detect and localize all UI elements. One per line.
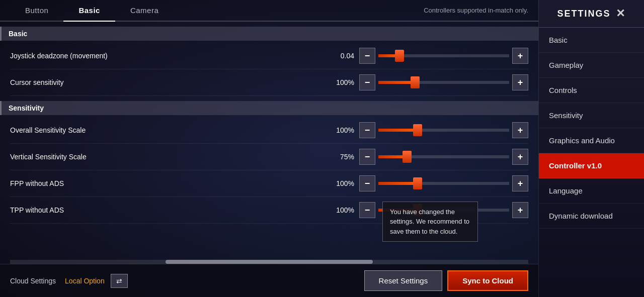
fpp-ads-controls: − +	[359, 175, 528, 191]
vertical-sensitivity-fill	[378, 155, 407, 158]
tpp-ads-minus[interactable]: −	[359, 202, 375, 218]
sidebar-item-gameplay[interactable]: Gameplay	[539, 53, 644, 78]
reset-settings-button[interactable]: Reset Settings	[364, 270, 443, 291]
sidebar: SETTINGS ✕ Basic Gameplay Controls Sensi…	[538, 0, 644, 297]
overall-sensitivity-fill	[378, 129, 418, 132]
sidebar-item-controller[interactable]: Controller v1.0	[539, 153, 644, 178]
main-content: Button Basic Camera Controllers supporte…	[0, 0, 538, 297]
joystick-deadzone-track[interactable]	[378, 54, 509, 57]
section-sensitivity-header: Sensitivity	[0, 101, 538, 115]
bottom-actions: Reset Settings Sync to Cloud	[364, 270, 528, 291]
fpp-ads-track[interactable]	[378, 182, 509, 185]
overall-sensitivity-minus[interactable]: −	[359, 122, 375, 138]
tabs-bar: Button Basic Camera Controllers supporte…	[0, 0, 538, 22]
close-icon[interactable]: ✕	[616, 7, 626, 20]
sidebar-title: SETTINGS ✕	[539, 0, 644, 28]
joystick-deadzone-plus[interactable]: +	[512, 48, 528, 64]
fpp-ads-fill	[378, 182, 418, 185]
overall-sensitivity-row: Overall Sensitivity Scale 100% − +	[10, 117, 528, 144]
fpp-ads-plus[interactable]: +	[512, 175, 528, 191]
sync-icon-button[interactable]: ⇄	[111, 274, 128, 288]
joystick-deadzone-thumb	[395, 50, 404, 62]
cursor-sensitivity-row: Cursor sensitivity 100% − +	[10, 69, 528, 96]
sidebar-item-graphics-audio[interactable]: Graphics and Audio	[539, 128, 644, 153]
joystick-deadzone-label: Joystick deadzone (movement)	[10, 52, 329, 60]
local-option-label: Local Option	[65, 277, 105, 285]
sidebar-item-controls[interactable]: Controls	[539, 78, 644, 103]
cursor-sensitivity-controls: − +	[359, 74, 528, 90]
settings-title-text: SETTINGS	[557, 9, 610, 19]
vertical-sensitivity-label: Vertical Sensitivity Scale	[10, 153, 329, 161]
cloud-settings-label: Cloud Settings	[10, 277, 56, 285]
cursor-sensitivity-thumb	[411, 76, 420, 88]
vertical-sensitivity-track[interactable]	[378, 155, 509, 158]
fpp-ads-row: FPP without ADS 100% − +	[10, 170, 528, 197]
vertical-sensitivity-plus[interactable]: +	[512, 149, 528, 165]
vertical-sensitivity-value: 75%	[329, 153, 354, 161]
vertical-sensitivity-controls: − +	[359, 149, 528, 165]
cursor-sensitivity-track[interactable]	[378, 81, 509, 84]
overall-sensitivity-value: 100%	[329, 126, 354, 134]
joystick-deadzone-controls: − +	[359, 48, 528, 64]
cursor-sensitivity-value: 100%	[329, 78, 354, 86]
fpp-ads-thumb	[413, 177, 422, 189]
cursor-sensitivity-plus[interactable]: +	[512, 74, 528, 90]
bottom-bar: Cloud Settings Local Option ⇄ Reset Sett…	[0, 264, 538, 297]
tpp-ads-plus[interactable]: +	[512, 202, 528, 218]
overall-sensitivity-plus[interactable]: +	[512, 122, 528, 138]
cursor-sensitivity-fill	[378, 81, 415, 84]
tab-camera[interactable]: Camera	[115, 0, 174, 21]
sidebar-item-sensitivity[interactable]: Sensitivity	[539, 103, 644, 128]
scrollbar-thumb	[166, 260, 373, 264]
cursor-sensitivity-label: Cursor sensitivity	[10, 78, 329, 86]
sidebar-item-basic[interactable]: Basic	[539, 28, 644, 53]
fpp-ads-minus[interactable]: −	[359, 175, 375, 191]
fpp-ads-value: 100%	[329, 179, 354, 187]
joystick-deadzone-row: Joystick deadzone (movement) 0.04 − +	[10, 43, 528, 69]
save-tooltip: You have changed the settings. We recomm…	[382, 202, 478, 242]
joystick-deadzone-minus[interactable]: −	[359, 48, 375, 64]
controller-info: Controllers supported in-match only.	[424, 7, 528, 14]
tpp-ads-label: TPP without ADS	[10, 206, 329, 214]
tab-button[interactable]: Button	[10, 0, 63, 21]
sidebar-item-dynamic-download[interactable]: Dynamic download	[539, 204, 644, 229]
joystick-deadzone-value: 0.04	[329, 52, 354, 60]
overall-sensitivity-label: Overall Sensitivity Scale	[10, 126, 329, 134]
sidebar-item-language[interactable]: Language	[539, 178, 644, 204]
horizontal-scrollbar[interactable]	[10, 260, 528, 264]
tab-basic[interactable]: Basic	[63, 0, 115, 21]
tpp-ads-value: 100%	[329, 206, 354, 214]
joystick-deadzone-fill	[378, 54, 399, 57]
section-basic-header: Basic	[0, 27, 538, 41]
fpp-ads-label: FPP without ADS	[10, 179, 329, 187]
overall-sensitivity-thumb	[413, 124, 422, 136]
vertical-sensitivity-minus[interactable]: −	[359, 149, 375, 165]
overall-sensitivity-track[interactable]	[378, 129, 509, 132]
sync-to-cloud-button[interactable]: Sync to Cloud	[447, 270, 528, 291]
overall-sensitivity-controls: − +	[359, 122, 528, 138]
vertical-sensitivity-row: Vertical Sensitivity Scale 75% − +	[10, 144, 528, 170]
cursor-sensitivity-minus[interactable]: −	[359, 74, 375, 90]
vertical-sensitivity-thumb	[403, 151, 412, 163]
